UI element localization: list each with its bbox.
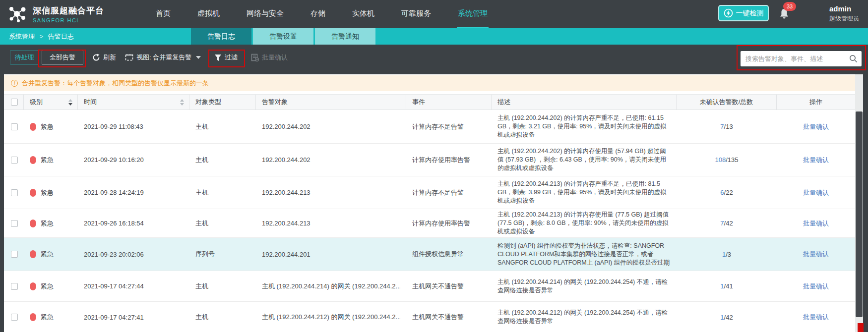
all-alarms-filter-button[interactable]: 全部告警 (42, 50, 83, 65)
column-header-time[interactable]: 时间 (78, 95, 189, 110)
main-nav: 首页虚拟机网络与安全存储实体机可靠服务系统管理 (155, 0, 489, 28)
view-dropdown[interactable]: 视图: 合并重复告警 (125, 50, 201, 65)
app-title: 深信服超融合平台 (33, 5, 104, 16)
nav-item-虚拟机[interactable]: 虚拟机 (196, 0, 221, 28)
table-row: 紧急2021-09-28 14:24:19主机192.200.244.213计算… (4, 176, 855, 209)
one-click-check-button[interactable]: 一键检测 (718, 5, 769, 21)
annotation-mark (858, 323, 864, 332)
banner-text: 合并重复告警：每个告警对象，相同类型的告警仅显示最新的一条 (22, 79, 209, 88)
breadcrumb-section[interactable]: 系统管理 (9, 33, 35, 40)
row-checkbox[interactable] (11, 157, 18, 164)
row-description: 主机 (192.200.244.202) 的计算内存严重不足，已使用: 61.1… (492, 114, 677, 139)
row-event: 主机网关不通告警 (406, 313, 492, 322)
content-panel: i 合并重复告警：每个告警对象，相同类型的告警仅显示最新的一条 级别 时间 对象… (4, 74, 855, 332)
scrollbar-thumb[interactable] (856, 111, 863, 317)
row-alarm-object: 192.200.244.201 (256, 251, 406, 258)
nav-item-首页[interactable]: 首页 (155, 0, 172, 28)
row-unconfirmed-count: 108/135 (677, 156, 777, 164)
unconfirmed-number: 7 (720, 123, 724, 130)
refresh-button[interactable]: 刷新 (92, 50, 116, 65)
row-alarm-object: 192.200.244.213 (256, 189, 406, 196)
row-event: 计算内存不足告警 (406, 122, 492, 131)
chevron-down-icon (196, 56, 201, 59)
batch-confirm-link[interactable]: 批量确认 (803, 122, 829, 131)
sort-icon-time[interactable] (180, 99, 184, 106)
batch-confirm-link[interactable]: 批量确认 (803, 313, 829, 322)
nav-item-系统管理[interactable]: 系统管理 (457, 0, 489, 28)
nav-item-可靠服务[interactable]: 可靠服务 (400, 0, 432, 28)
nav-item-存储[interactable]: 存储 (310, 0, 326, 28)
tab-告警通知[interactable]: 告警通知 (315, 28, 375, 45)
toolbar: 待处理 全部告警 刷新 视图: 合并重复告警 过滤 批量确认 (0, 45, 868, 69)
batch-confirm-link[interactable]: 批量确认 (803, 156, 829, 165)
column-header-level[interactable]: 级别 (24, 95, 78, 110)
row-description: 主机 (192.200.244.214) 的网关 (192.200.244.25… (492, 278, 677, 295)
severity-label: 紧急 (41, 188, 54, 197)
row-checkbox[interactable] (11, 251, 18, 258)
row-checkbox[interactable] (11, 189, 18, 196)
row-description: 主机 (192.200.244.213) 的计算内存严重不足，已使用: 81.5… (492, 180, 677, 205)
row-time: 2021-09-17 04:27:41 (78, 314, 189, 321)
tab-告警设置[interactable]: 告警设置 (253, 28, 313, 45)
total-number: /41 (724, 282, 733, 290)
batch-confirm-link[interactable]: 批量确认 (803, 250, 829, 259)
row-checkbox[interactable] (11, 283, 18, 290)
row-time: 2021-09-26 16:18:54 (78, 220, 189, 227)
unconfirmed-number: 6 (720, 189, 724, 196)
brand: 深信服超融合平台 SANGFOR HCI (7, 3, 104, 24)
total-number: /22 (724, 189, 733, 196)
user-name: admin (829, 4, 859, 13)
table-row: 紧急2021-09-17 04:27:41主机主机 (192.200.244.2… (4, 302, 855, 332)
table-row: 紧急2021-09-26 16:18:54主机192.200.244.213计算… (4, 209, 855, 238)
row-time: 2021-09-17 04:27:44 (78, 282, 189, 290)
scrollbar[interactable] (855, 74, 863, 332)
info-icon: i (11, 80, 18, 87)
row-object-type: 主机 (189, 219, 256, 228)
nav-item-实体机[interactable]: 实体机 (351, 0, 375, 28)
select-all-checkbox[interactable] (11, 99, 18, 106)
row-event: 计算内存不足告警 (406, 188, 492, 197)
nav-item-网络与安全[interactable]: 网络与安全 (246, 0, 285, 28)
top-bar: 深信服超融合平台 SANGFOR HCI 首页虚拟机网络与安全存储实体机可靠服务… (0, 0, 868, 28)
row-unconfirmed-count: 1/42 (677, 314, 777, 321)
tab-bar: 告警日志告警设置告警通知 (191, 28, 375, 45)
search-icon[interactable] (849, 55, 858, 63)
filter-icon (214, 54, 222, 61)
batch-confirm-link[interactable]: 批量确认 (803, 282, 829, 291)
tab-告警日志[interactable]: 告警日志 (191, 28, 251, 45)
unconfirmed-number: 1 (722, 251, 726, 258)
filter-button[interactable]: 过滤 (214, 50, 238, 65)
breadcrumb-page: 告警日志 (48, 33, 74, 40)
row-description: 检测到 (aAPI) 组件的授权变为非法状态，请检查: SANGFOR CLOU… (492, 242, 677, 267)
batch-confirm-link[interactable]: 批量确认 (803, 219, 829, 228)
sub-bar: 系统管理 > 告警日志 告警日志告警设置告警通知 (0, 28, 868, 45)
severity-label: 紧急 (41, 219, 54, 228)
row-description: 主机 (192.200.244.213) 的计算内存使用量 (77.5 GB) … (492, 211, 677, 236)
severity-dot (30, 282, 36, 290)
row-alarm-object: 192.200.244.202 (256, 156, 406, 164)
search-box (741, 51, 862, 66)
breadcrumb-separator: > (40, 33, 44, 40)
notification-bell[interactable]: 33 (779, 8, 790, 20)
row-description: 主机 (192.200.244.202) 的计算内存使用量 (57.94 GB)… (492, 147, 677, 172)
row-event: 计算内存使用率告警 (406, 219, 492, 228)
row-checkbox[interactable] (11, 123, 18, 130)
check-button-label: 一键检测 (736, 9, 764, 18)
column-header-description: 描述 (492, 95, 677, 110)
row-event: 主机网关不通告警 (406, 282, 492, 291)
filter-label: 过滤 (225, 53, 238, 62)
unconfirmed-number: 1 (720, 282, 724, 290)
row-checkbox[interactable] (11, 314, 18, 321)
row-unconfirmed-count: 7/42 (677, 220, 777, 227)
row-unconfirmed-count: 1/41 (677, 282, 777, 290)
user-menu[interactable]: admin 超级管理员 (829, 4, 859, 23)
severity-dot (30, 250, 36, 258)
table-row: 紧急2021-09-17 04:27:44主机主机 (192.200.244.2… (4, 271, 855, 302)
row-checkbox[interactable] (11, 220, 18, 227)
row-object-type: 序列号 (189, 250, 256, 259)
row-time: 2021-09-29 10:16:20 (78, 156, 189, 164)
sort-icon-level[interactable] (68, 99, 72, 106)
search-input[interactable] (741, 55, 849, 62)
pending-filter-button[interactable]: 待处理 (10, 50, 39, 65)
batch-confirm-link[interactable]: 批量确认 (803, 188, 829, 197)
